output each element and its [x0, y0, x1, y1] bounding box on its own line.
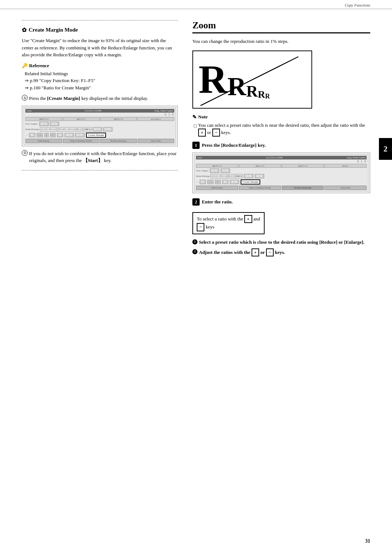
finisher2-btn-1: ⬜⬜: [230, 180, 239, 184]
staple-btn-1: ⬜⬜: [39, 122, 49, 126]
punch-btn-1: ⬜⬜: [93, 127, 102, 131]
cell2-1: 2⊞ 8½×11: [196, 164, 238, 168]
staple-row: Sort: Staple: ⬜⬜ ⬜⬜: [25, 121, 174, 126]
nav-btn-3: 3: [44, 133, 49, 137]
plus-key-box: +: [244, 215, 252, 223]
note-item: □ You can select a preset ratio which is…: [194, 122, 370, 137]
reduce-enlarge-btn: Reduce/Enlarge: [100, 139, 137, 143]
finisher-btn-2: ⬜⬜: [75, 133, 85, 137]
screen-footer-1: Edit/Stamp Dup./Combine/Series Reduce/En…: [25, 139, 174, 143]
cell2-3: 1⊞ 8½×11: [282, 164, 324, 168]
nav-row-2: → ⬜ 1-1 1+ ⬜ ⬜⬜ Create Margin: [196, 179, 367, 185]
create-margin-btn: Create Margin: [86, 133, 106, 138]
plus-key-note: +: [198, 129, 206, 137]
create-margin-heading: ✿ Create Margin Mode: [22, 27, 178, 33]
zoom-step1-text: Press the [Reduce/Enlarge] key.: [202, 142, 266, 149]
staple-row-2: Sort: Staple: ⬜⬜ ⬜⬜: [196, 168, 367, 173]
page-container: Copy Functions 2 ✿ Create Margin Mode Us…: [0, 0, 392, 555]
header-bar: Copy Functions: [0, 0, 392, 9]
checkbox-icon: □: [194, 122, 197, 130]
nav-btn-4: 1+: [50, 133, 56, 137]
store-file-btn: Store File: [138, 139, 174, 143]
right-column: Zoom You can change the reproduction rat…: [192, 20, 370, 259]
step2-text: If you do not wish to combine it with th…: [29, 150, 178, 164]
note-section: ✎ Note □ You can select a preset ratio w…: [192, 114, 370, 137]
dup-combine-btn-2: Dup./Combine/Series: [239, 186, 281, 190]
nav2-btn-3: 1+: [215, 180, 220, 184]
enlarge-key: [Enlarge]: [344, 239, 363, 245]
dup-combine-btn: Dup./Combine/Series: [63, 139, 99, 143]
nav2-btn-4: ⬜: [222, 180, 228, 184]
cell2-2: 3⊞ 11×17: [239, 164, 281, 168]
punch-btn-4: ⬜⬜: [255, 174, 264, 178]
staple-icons: ⬜⬜ ⬜⬜: [39, 121, 60, 126]
reduce-row-2: Redu/Enlarge 11×15 / 8½×11 9.3× 100% ⬜⬜ …: [196, 174, 367, 179]
step1-circle: ①: [22, 95, 28, 101]
reference-title: Reference: [29, 63, 49, 69]
ratio-select-box: To select a ratio with the + and − keys: [192, 212, 265, 234]
plus-key-sub2: +: [252, 248, 259, 256]
cell2-4: B:00◁: [324, 164, 367, 168]
step1-badge: 1: [192, 142, 200, 149]
zoom-title: Zoom: [192, 20, 370, 33]
sub1-text: Select a preset ratio which is close to …: [199, 239, 364, 246]
create-margin-btn-2: Create Margin: [241, 179, 260, 185]
create-margin-title: Create Margin Mode: [29, 27, 78, 33]
screen-header-2: Auto 2/21/02 2:31PM Orig. Total Copies: [196, 156, 367, 159]
zoom-intro: You can change the reproduction ratio in…: [192, 38, 370, 45]
copy-count-2: 0 1 0: [196, 159, 367, 163]
reference-heading: 🔑 Reference: [22, 63, 178, 69]
ref-item-3: ⇒ p.100 "Ratio for Create Margin": [25, 84, 178, 92]
paper-grid-1: 2⊞ 8½×11 3⊞ 11×17 1⊞ 8½×11 tray B:00◁: [25, 117, 174, 121]
zoom-step2: 2 Enter the ratio.: [192, 198, 370, 206]
note-heading: ✎ Note: [192, 114, 370, 120]
zoom-step1: 1 Press the [Reduce/Enlarge] key.: [192, 142, 370, 149]
cell-2: 3⊞ 11×17: [63, 117, 100, 121]
screen-inner-1: Auto 2/21/02 2:31PM Orig. Total Copies 0…: [24, 108, 176, 145]
screen-image-2: Auto 2/21/02 2:31PM Orig. Total Copies 0…: [192, 153, 370, 193]
nav-btn-5: ⬜: [57, 133, 63, 137]
step1-text: Press the [Create Margin] key displayed …: [29, 95, 148, 102]
finisher-btn-1: ⬜⬜: [65, 133, 74, 137]
reduce-enlarge-btn-2: Reduce/Enlarge: [282, 186, 324, 190]
key-icon: 🔑: [22, 63, 28, 69]
minus-key-note: −: [212, 129, 220, 137]
top-divider: [22, 20, 178, 21]
left-column: ✿ Create Margin Mode Use "Create Margin"…: [22, 20, 178, 259]
svg-line-0: [200, 57, 298, 106]
reduce-key: [Reduce]: [319, 239, 338, 245]
ratio-line2: − keys: [197, 224, 215, 230]
sun-icon: ✿: [22, 27, 26, 33]
diagonal-line-svg: [200, 55, 306, 106]
header-title: Copy Functions: [345, 3, 370, 7]
nav-btn-2: 1-1: [37, 133, 43, 137]
edit-stamp-btn: Edit/Stamp: [25, 139, 62, 143]
finisher-icons: ⬜⬜ ⬜⬜: [64, 133, 85, 138]
staple-btn-2: ⬜⬜: [50, 122, 59, 126]
store-file-btn-2: Store File: [324, 186, 367, 190]
paper-grid-2: 2⊞ 8½×11 3⊞ 11×17 1⊞ 8½×11 B:00◁: [196, 164, 367, 168]
minus-key-box: −: [197, 223, 204, 231]
step2-circle: ②: [22, 150, 28, 156]
ref-item-1: Related Initial Settings: [25, 70, 178, 77]
screen-inner-2: Auto 2/21/02 2:31PM Orig. Total Copies 0…: [194, 154, 368, 191]
ratio-line1: To select a ratio with the + and: [197, 216, 260, 222]
ref-item-2: ⇒ p.99 "Copy Function Key: F1–F5": [25, 77, 178, 84]
page-number: 31: [365, 538, 370, 544]
create-margin-body: Use "Create Margin" to reduce the image …: [22, 37, 178, 58]
content-area: ✿ Create Margin Mode Use "Create Margin"…: [0, 9, 392, 274]
staple-btn-4: ⬜⬜: [221, 169, 230, 173]
reduce-enlarge-key: [Reduce/Enlarge]: [221, 142, 256, 148]
zoom-illustration: R R R R R: [192, 50, 312, 109]
punch-icons: ⬜⬜ ⬜⬜: [92, 127, 113, 132]
sub1-circle: 1: [192, 239, 197, 244]
copy-count: 0 1 0: [25, 113, 174, 117]
note-icon: ✎: [192, 114, 197, 120]
section-tab: 2: [379, 138, 392, 160]
screen-footer-2: Edit/Stamp Dup./Combine/Series Reduce/En…: [196, 186, 367, 190]
reduce-row: Redu/Enlarge 11×15 / 8½×11 5½×8½ / 8½×14…: [25, 127, 174, 132]
sub2-circle: 2: [192, 249, 197, 254]
screen-header-1: Auto 2/21/02 2:31PM Orig. Total Copies: [25, 109, 174, 113]
step2-item: ② If you do not wish to combine it with …: [22, 150, 178, 164]
nav-row: → ⬜ 1-1 3 1+ ⬜ ⬜⬜ ⬜⬜ Create Margin: [25, 132, 174, 138]
